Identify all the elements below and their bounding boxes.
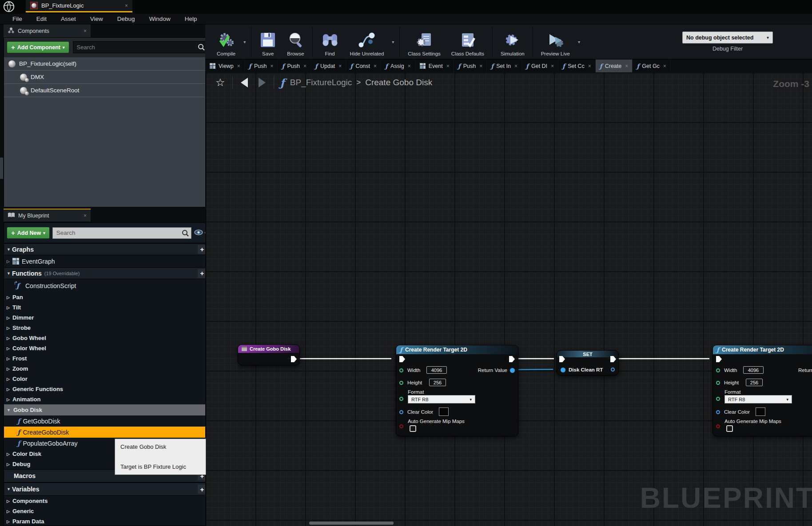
exec-out-pin[interactable] — [509, 356, 515, 362]
close-icon[interactable]: × — [84, 213, 87, 219]
format-dropdown[interactable]: RTF R8 ▾ — [408, 395, 475, 403]
category-pan[interactable]: ▷Pan — [4, 292, 210, 302]
add-component-button[interactable]: + Add Component ▾ — [7, 41, 69, 53]
menu-window[interactable]: Window — [142, 16, 178, 22]
section-variables[interactable]: ▼ Variables + — [4, 482, 210, 496]
set-output-pin[interactable] — [611, 368, 615, 372]
variables-category-components[interactable]: ▷Components — [4, 496, 210, 506]
compile-options-caret[interactable]: ▾ — [241, 40, 248, 44]
category-generic-functions[interactable]: ▷Generic Functions — [4, 384, 210, 394]
close-icon[interactable]: × — [338, 63, 342, 69]
mipmaps-pin[interactable] — [716, 424, 720, 428]
class-defaults-button[interactable]: Class Defaults — [446, 24, 490, 59]
category-gobo-wheel[interactable]: ▷Gobo Wheel — [4, 333, 210, 343]
favorite-star-icon[interactable]: ☆ — [211, 76, 230, 89]
section-functions[interactable]: ▼ Functions (19 Overridable) + — [4, 267, 210, 279]
graph-tab-assign[interactable]: ƒAssig× — [381, 59, 415, 72]
find-button[interactable]: Find — [315, 24, 345, 59]
exec-in-pin[interactable] — [399, 356, 405, 362]
clear-color-swatch[interactable] — [439, 407, 449, 416]
preview-live-button[interactable]: Preview Live — [536, 24, 575, 59]
return-value-pin[interactable] — [510, 368, 515, 373]
height-value-input[interactable]: 256 — [746, 379, 763, 386]
class-settings-button[interactable]: Class Settings — [402, 24, 446, 59]
tree-row-self[interactable]: BP_FixtureLogic(self) — [4, 57, 210, 71]
height-pin[interactable] — [399, 381, 403, 385]
menu-file[interactable]: File — [5, 16, 29, 22]
browse-button[interactable]: Browse — [282, 24, 309, 59]
debug-object-select[interactable]: No debug object selected ▾ — [682, 32, 773, 44]
close-icon[interactable]: × — [408, 63, 411, 69]
category-animation[interactable]: ▷Animation — [4, 394, 210, 404]
graph-tab-get-go[interactable]: ƒGet Gc× — [633, 59, 671, 72]
close-icon[interactable]: × — [588, 63, 591, 69]
compile-button[interactable]: Compile — [211, 24, 241, 59]
close-icon[interactable]: × — [374, 63, 377, 69]
collapsed-drawer-handle[interactable] — [0, 158, 3, 179]
breadcrumb-function[interactable]: Create Gobo Disk — [365, 78, 432, 87]
preview-live-caret[interactable]: ▾ — [575, 40, 583, 44]
tab-my-blueprint[interactable]: My Blueprint × — [4, 209, 91, 221]
close-icon[interactable]: × — [125, 3, 128, 9]
category-strobe[interactable]: ▷Strobe — [4, 323, 210, 333]
category-zoom[interactable]: ▷Zoom — [4, 364, 210, 374]
category-gobo-disk[interactable]: ▼ Gobo Disk — [4, 404, 210, 415]
collapsed-arrow-icon[interactable]: ▷ — [7, 259, 10, 264]
graph-tab-viewport[interactable]: Viewp× — [205, 59, 245, 72]
width-value-input[interactable]: 4096 — [426, 366, 447, 374]
node-set-disk-clean-rt[interactable]: SET Disk Clean RT — [557, 350, 619, 376]
exec-in-pin[interactable] — [716, 356, 722, 362]
graph-tab-push-3[interactable]: ƒPush× — [454, 59, 487, 72]
close-icon[interactable]: × — [551, 63, 554, 69]
simulation-button[interactable]: Simulation — [495, 24, 530, 59]
width-pin[interactable] — [399, 368, 403, 372]
menu-help[interactable]: Help — [178, 16, 204, 22]
graph-tab-set-in[interactable]: ƒSet In× — [487, 59, 522, 72]
height-pin[interactable] — [716, 381, 720, 385]
horizontal-scrollbar[interactable] — [309, 522, 394, 525]
node-header[interactable]: Create Gobo Disk — [238, 345, 299, 353]
height-value-input[interactable]: 256 — [429, 379, 446, 386]
node-header[interactable]: ƒ Create Render Target 2D — [396, 345, 518, 354]
exec-out-pin[interactable] — [291, 356, 297, 362]
mipmaps-checkbox[interactable] — [726, 425, 733, 432]
graph-tab-event[interactable]: Event× — [415, 59, 454, 72]
back-arrow-icon[interactable] — [241, 78, 248, 87]
breadcrumb-blueprint[interactable]: BP_FixtureLogic — [290, 78, 352, 87]
width-value-input[interactable]: 4096 — [743, 366, 764, 374]
menu-view[interactable]: View — [83, 16, 110, 22]
graph-tab-get-di[interactable]: ƒGet DI× — [522, 59, 558, 72]
save-button[interactable]: Save — [254, 24, 282, 59]
menu-debug[interactable]: Debug — [110, 16, 142, 22]
clear-color-swatch[interactable] — [756, 407, 765, 416]
category-color[interactable]: ▷Color — [4, 374, 210, 384]
clear-color-pin[interactable] — [716, 410, 720, 414]
menu-asset[interactable]: Asset — [54, 16, 83, 22]
section-graphs[interactable]: ▼ Graphs + — [4, 243, 210, 255]
close-icon[interactable]: × — [237, 63, 240, 69]
width-pin[interactable] — [716, 368, 720, 372]
graph-tab-create-active[interactable]: ƒCreate× — [596, 59, 633, 72]
close-icon[interactable]: × — [625, 63, 628, 69]
graph-tab-set-co[interactable]: ƒSet Cc× — [558, 59, 596, 72]
asset-tab[interactable]: BP_FixtureLogic × — [26, 0, 132, 12]
close-icon[interactable]: × — [479, 63, 482, 69]
variables-category-param-data[interactable]: ▷Param Data — [4, 516, 210, 526]
graph-tab-const[interactable]: ƒConst× — [346, 59, 381, 72]
close-icon[interactable]: × — [270, 63, 273, 69]
list-item-eventgraph[interactable]: ▷ EventGraph — [4, 255, 210, 267]
function-create-gobo-disk-selected[interactable]: ƒ CreateGoboDisk — [4, 427, 210, 438]
node-create-render-target-2d-1[interactable]: ƒ Create Render Target 2D Width 4096 Hei… — [396, 345, 518, 436]
node-header[interactable]: ƒ Create Render Target 2D — [713, 345, 812, 354]
tab-components[interactable]: Components × — [4, 24, 91, 37]
function-get-gobo-disk[interactable]: ƒ GetGoboDisk — [4, 415, 210, 427]
graph-tab-push-2[interactable]: ƒPush× — [278, 59, 311, 72]
close-icon[interactable]: × — [514, 63, 517, 69]
node-header[interactable]: SET — [557, 351, 618, 357]
tree-row-dmx[interactable]: DMX — [4, 71, 210, 84]
category-frost[interactable]: ▷Frost — [4, 353, 210, 364]
menu-edit[interactable]: Edit — [29, 16, 54, 22]
forward-arrow-icon[interactable] — [259, 78, 266, 87]
blueprint-graph-canvas[interactable]: ☆ ƒ BP_FixtureLogic > Create Gobo Disk Z… — [205, 72, 812, 526]
graph-tab-update[interactable]: ƒUpdat× — [311, 59, 346, 72]
